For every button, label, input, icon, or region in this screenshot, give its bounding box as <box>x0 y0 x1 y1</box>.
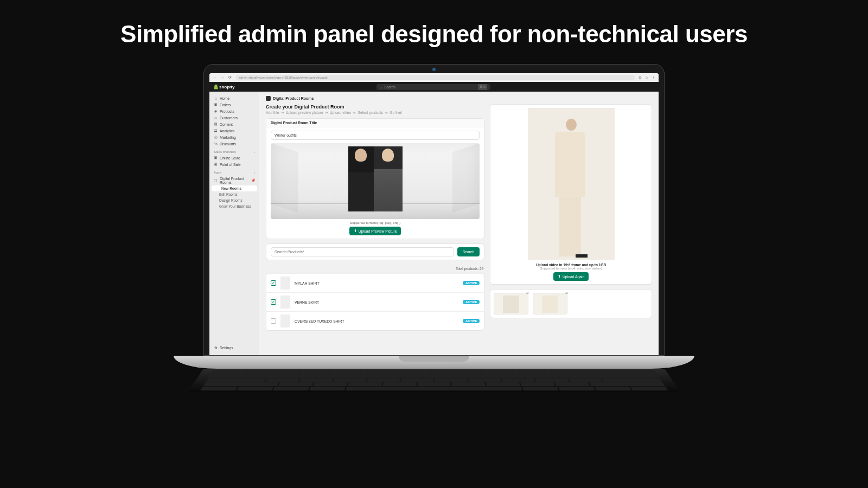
checkbox[interactable]: ✓ <box>271 299 276 305</box>
camera-dot <box>432 68 436 71</box>
selected-product[interactable]: × <box>533 293 567 314</box>
sidebar-item-label: Content <box>220 123 233 126</box>
sidebar-item-label: Home <box>220 97 229 100</box>
product-thumb <box>280 314 290 328</box>
product-thumb <box>542 296 558 313</box>
status-badge: ACTIVE <box>463 319 480 323</box>
address-bar[interactable]: admin.shopify.com/store/olga-v-8518/apps… <box>235 75 635 80</box>
search-icon: ⌕ <box>380 84 382 90</box>
nav-icon: % <box>214 142 218 146</box>
laptop-mockup: ← → ⟳ admin.shopify.com/store/olga-v-851… <box>203 64 665 407</box>
video-preview <box>528 108 615 260</box>
nav-icon: ▤ <box>214 123 218 126</box>
sidebar-item[interactable]: ◈ Products <box>209 108 259 114</box>
total-products: Total products: 29 <box>266 265 484 273</box>
channel-icon: ▣ <box>214 163 218 166</box>
search-button[interactable]: Search <box>457 247 480 256</box>
search-kbd: ⌘ K <box>478 84 488 90</box>
sidebar-item[interactable]: ☺ Customers <box>209 114 259 121</box>
nav-icon: ⌂ <box>214 97 218 100</box>
nav-icon: ◈ <box>214 110 218 113</box>
sidebar-item-label: Orders <box>220 103 231 107</box>
sidebar-item[interactable]: ⌂ Home <box>209 95 259 101</box>
status-badge: ACTIVE <box>463 281 480 285</box>
upload-again-button[interactable]: ⬆ Upload Again <box>553 272 589 281</box>
breadcrumb: Digital Product Rooms <box>266 96 652 101</box>
main-content: Digital Product Rooms Create your Digita… <box>259 92 659 355</box>
shopify-logo[interactable]: shopify <box>214 85 234 89</box>
zoom-icon[interactable]: ⊙ <box>638 75 642 80</box>
step-label: Upload preview picture <box>286 111 323 115</box>
sidebar-channel[interactable]: ▣ Point of Sale <box>209 161 259 168</box>
sidebar-item-label: Online Store <box>220 156 240 160</box>
sidebar-settings[interactable]: ✿ Settings <box>209 344 259 352</box>
product-thumb <box>280 277 290 290</box>
sidebar-item-label: Discounts <box>220 142 236 146</box>
page-title: Create your Digital Product Room <box>266 104 484 110</box>
sidebar-item-label: Point of Sale <box>220 163 241 166</box>
sidebar-item[interactable]: % Discounts <box>209 140 259 147</box>
product-search-input[interactable] <box>271 247 454 256</box>
apps-header: Apps› <box>209 168 259 175</box>
back-icon[interactable]: ← <box>213 76 217 80</box>
chevron-right-icon[interactable]: › <box>254 150 255 153</box>
settings-label: Settings <box>220 346 233 350</box>
forward-icon[interactable]: → <box>220 76 225 80</box>
nav-icon: ▣ <box>214 103 218 107</box>
app-topbar: shopify ⌕ Search ⌘ K <box>209 82 659 92</box>
product-thumb <box>503 296 519 313</box>
sidebar-item[interactable]: ⬓ Analytics <box>209 127 259 134</box>
sidebar-item[interactable]: ▣ Orders <box>209 101 259 108</box>
sidebar-item-label: Products <box>220 110 234 113</box>
sidebar-subitem[interactable]: New Rooms <box>212 185 257 191</box>
close-icon[interactable]: × <box>564 291 569 297</box>
title-card: Digital Product Room Title <box>266 118 484 239</box>
upload-icon: ⬆ <box>354 229 357 233</box>
sidebar-item[interactable]: ▤ Content <box>209 121 259 127</box>
sidebar-subitem[interactable]: Design Rooms <box>209 197 259 203</box>
app-icon: ▢ <box>214 178 218 182</box>
brand-label: shopify <box>219 85 234 89</box>
product-row[interactable]: OVERSIZED TUXEDO SHIRT ACTIVE <box>266 311 484 330</box>
global-search[interactable]: ⌕ Search ⌘ K <box>376 84 490 90</box>
shopify-bag-icon <box>214 85 218 89</box>
checkbox[interactable]: ✓ <box>271 280 276 286</box>
close-icon[interactable]: × <box>525 291 530 297</box>
product-row[interactable]: ✓ MYLAH SHIRT ACTIVE <box>266 273 484 292</box>
selected-products-card: × × <box>490 289 652 318</box>
status-badge: ACTIVE <box>463 300 480 304</box>
button-label: Upload Again <box>563 275 584 279</box>
nav-icon: ◎ <box>214 136 218 139</box>
product-thumb <box>280 296 290 309</box>
sidebar-subitem[interactable]: Edit Rooms <box>209 191 259 197</box>
checkbox[interactable] <box>271 318 276 324</box>
sidebar-item[interactable]: ◎ Marketing <box>209 134 259 140</box>
upload-preview-button[interactable]: ⬆ Upload Preview Picture <box>349 227 401 235</box>
browser-toolbar: ← → ⟳ admin.shopify.com/store/olga-v-851… <box>209 73 659 82</box>
product-row[interactable]: ✓ VERNE SKIRT ACTIVE <box>266 292 484 311</box>
search-placeholder: Search <box>384 84 395 90</box>
reload-icon[interactable]: ⟳ <box>228 75 232 80</box>
video-caption: Upload video in 19:6 frame and up to 1GB <box>494 263 648 267</box>
selected-product[interactable]: × <box>494 293 528 314</box>
nav-icon: ☺ <box>214 116 218 120</box>
room-title-input[interactable] <box>271 131 480 140</box>
button-label: Upload Preview Picture <box>359 229 397 233</box>
extension-icon[interactable]: ⋮ <box>651 75 655 80</box>
sidebar-item-label: Digital Product Rooms <box>220 177 249 184</box>
preview-image <box>348 146 403 211</box>
pin-icon[interactable]: 📌 <box>251 178 255 182</box>
sidebar-app-dpr[interactable]: ▢ Digital Product Rooms 📌 <box>209 175 259 185</box>
hero-title: Simplified admin panel designed for non-… <box>0 0 868 48</box>
sales-channels-header: Sales channels› <box>209 147 259 155</box>
title-field-label: Digital Product Room Title <box>266 119 484 127</box>
arrow-icon: ➔ <box>353 111 356 115</box>
sidebar-channel[interactable]: ▣ Online Store <box>209 155 259 161</box>
star-icon[interactable]: ☆ <box>644 75 649 80</box>
sidebar-item-label: Marketing <box>220 136 236 139</box>
chevron-right-icon[interactable]: › <box>254 171 255 174</box>
nav-icon: ⬓ <box>214 129 218 133</box>
sidebar-item-label: Analytics <box>220 129 234 133</box>
channel-icon: ▣ <box>214 156 218 160</box>
sidebar-subitem[interactable]: Grow Your Business <box>209 203 259 209</box>
